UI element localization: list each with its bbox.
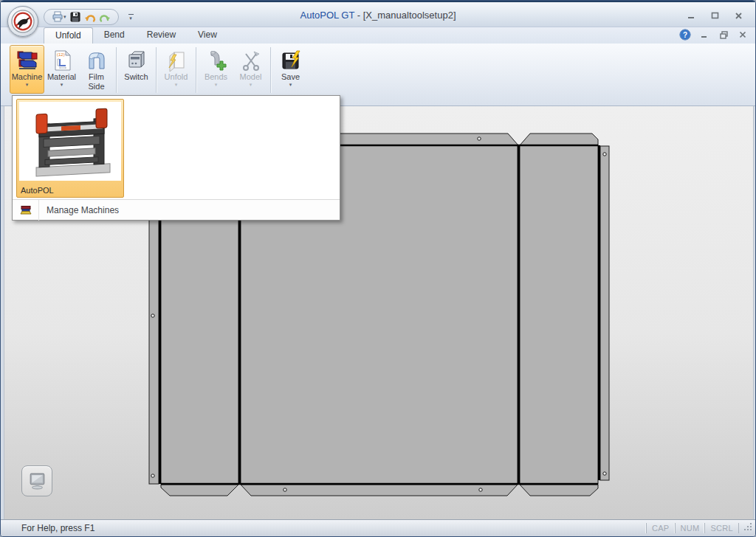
ribbon-button-label: Model bbox=[240, 72, 262, 82]
hole bbox=[151, 474, 154, 477]
ribbon-group-3: Bends▾Model▾ bbox=[199, 45, 268, 94]
save-icon bbox=[279, 49, 303, 72]
ribbon-group-separator bbox=[196, 47, 196, 93]
material-button[interactable]: (12)Material▾ bbox=[44, 45, 79, 94]
undo-icon[interactable] bbox=[83, 10, 97, 24]
bottom-flange-left bbox=[161, 485, 238, 496]
ribbon-button-label: Film bbox=[89, 72, 104, 82]
svg-text:(12): (12) bbox=[57, 52, 65, 57]
ribbon-group-2: Unfold▾ bbox=[159, 45, 193, 94]
top-flange-right bbox=[520, 134, 598, 145]
help-icon[interactable]: ? bbox=[678, 30, 692, 40]
hole bbox=[603, 472, 606, 475]
chevron-down-icon: ▾ bbox=[215, 82, 218, 88]
ribbon-group-separator bbox=[116, 47, 117, 93]
press-brake-thumbnail bbox=[19, 102, 121, 181]
close-icon[interactable] bbox=[730, 10, 746, 21]
hole bbox=[478, 137, 481, 140]
monitor-icon bbox=[27, 471, 47, 491]
manage-machines-item[interactable]: Manage Machines bbox=[13, 199, 340, 220]
ribbon-button-label: Unfold bbox=[165, 72, 188, 82]
ribbon-button-label: Bends bbox=[205, 72, 227, 82]
quick-access-toolbar: ▾ bbox=[44, 9, 119, 25]
chevron-down-icon: ▾ bbox=[289, 82, 292, 88]
ribbon-button-label: Machine bbox=[12, 72, 43, 82]
print-icon[interactable] bbox=[50, 10, 65, 24]
model-button: Model▾ bbox=[233, 45, 268, 94]
hole bbox=[284, 488, 286, 491]
qat-customize-button[interactable]: ▾ bbox=[125, 10, 137, 24]
tab-unfold[interactable]: Unfold bbox=[44, 27, 93, 44]
bends-icon bbox=[205, 49, 228, 72]
minimize-icon[interactable] bbox=[683, 10, 699, 21]
status-indicators: CAPNUMSCRL bbox=[646, 520, 739, 536]
magpie-logo-icon bbox=[10, 9, 35, 34]
machine-gallery-item-autopol[interactable]: AutoPOL bbox=[16, 99, 124, 198]
ribbon-group-0: Machine▾(12)Material▾FilmSide bbox=[10, 45, 114, 94]
machine-button[interactable]: Machine▾ bbox=[10, 45, 44, 94]
hole bbox=[479, 488, 482, 491]
status-indicator-num: NUM bbox=[675, 523, 705, 533]
material-icon: (12) bbox=[50, 49, 74, 72]
tab-bend[interactable]: Bend bbox=[93, 27, 136, 44]
status-bar: For Help, press F1 CAPNUMSCRL bbox=[1, 519, 755, 536]
window-controls bbox=[683, 10, 746, 21]
bottom-flange-center bbox=[241, 485, 518, 496]
print-dropdown-arrow[interactable]: ▾ bbox=[63, 14, 66, 20]
svg-text:?: ? bbox=[683, 31, 687, 39]
chevron-down-icon: ▾ bbox=[250, 82, 252, 88]
right-hem bbox=[600, 146, 609, 480]
doc-close-icon[interactable] bbox=[736, 30, 749, 40]
film-side-button[interactable]: FilmSide bbox=[79, 45, 114, 94]
ribbon-group-separator bbox=[156, 47, 157, 93]
chevron-down-icon: ▾ bbox=[61, 82, 63, 88]
menu-divider bbox=[38, 200, 39, 221]
manage-machines-label: Manage Machines bbox=[47, 205, 119, 215]
ribbon-tabs: UnfoldBendReviewView bbox=[44, 27, 228, 44]
unfold-button: Unfold▾ bbox=[159, 45, 193, 94]
ribbon-group-4: Save▾ bbox=[273, 45, 308, 94]
switch-button[interactable]: Switch bbox=[119, 45, 154, 94]
model-icon bbox=[239, 49, 263, 72]
bottom-flange-right bbox=[520, 485, 598, 496]
ribbon-group-1: Switch bbox=[119, 45, 154, 94]
machine-icon bbox=[16, 49, 39, 72]
bends-button: Bends▾ bbox=[199, 45, 233, 94]
resize-grip-icon[interactable] bbox=[743, 522, 752, 533]
ribbon-button-label: Save bbox=[281, 72, 300, 82]
doc-restore-icon[interactable] bbox=[717, 30, 730, 40]
manage-machines-icon bbox=[16, 204, 35, 216]
hole bbox=[151, 314, 154, 317]
titlebar: ▾ bbox=[1, 1, 755, 27]
switch-icon bbox=[125, 49, 148, 72]
machine-dropdown: AutoPOL Manage Machines bbox=[12, 95, 340, 221]
tab-view[interactable]: View bbox=[187, 27, 228, 44]
save-icon[interactable] bbox=[68, 10, 83, 24]
machine-gallery-item-label: AutoPOL bbox=[21, 186, 54, 195]
status-indicator-scrl: SCRL bbox=[704, 523, 739, 533]
unfold-icon bbox=[165, 49, 188, 72]
save-button[interactable]: Save▾ bbox=[273, 45, 308, 94]
ribbon-tab-row: UnfoldBendReviewView ? bbox=[1, 27, 755, 44]
status-message: For Help, press F1 bbox=[21, 523, 94, 533]
redo-icon[interactable] bbox=[97, 10, 112, 24]
window-title-doc: - [X_manualtoolsetup2] bbox=[354, 10, 456, 21]
document-window-controls: ? bbox=[678, 30, 749, 40]
machine-gallery: AutoPOL bbox=[13, 96, 340, 200]
doc-minimize-icon[interactable] bbox=[698, 30, 711, 40]
application-menu-button[interactable] bbox=[7, 6, 38, 37]
window-title-app: AutoPOL GT bbox=[300, 10, 354, 21]
hole bbox=[603, 153, 606, 156]
ribbon-group-separator bbox=[270, 47, 271, 93]
view-orientation-button[interactable] bbox=[21, 465, 52, 496]
ribbon-button-label: Material bbox=[47, 72, 76, 82]
tab-review[interactable]: Review bbox=[136, 27, 187, 44]
ribbon-button-label: Side bbox=[88, 82, 104, 91]
chevron-down-icon: ▾ bbox=[26, 82, 29, 88]
film-side-icon bbox=[85, 49, 109, 72]
maximize-icon[interactable] bbox=[707, 10, 723, 21]
right-panel bbox=[520, 145, 598, 484]
ribbon-button-label: Switch bbox=[124, 72, 148, 82]
app-window: ▾ bbox=[0, 0, 756, 537]
status-indicator-cap: CAP bbox=[646, 523, 675, 533]
